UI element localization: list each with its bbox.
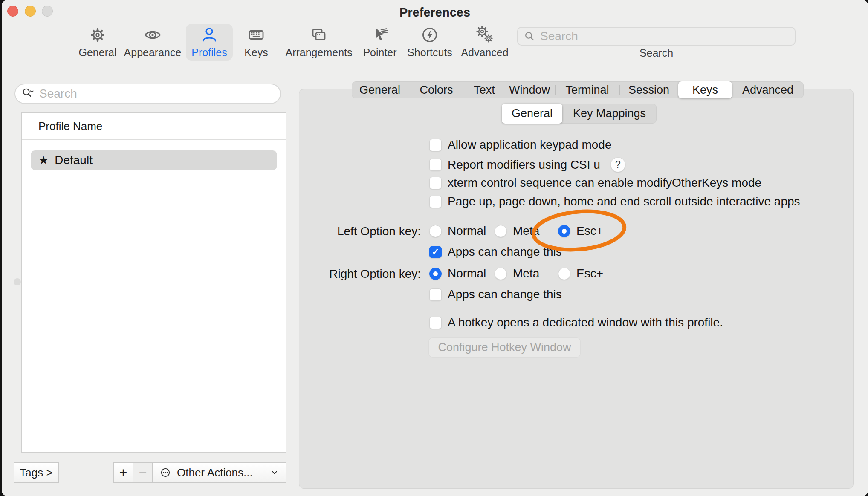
keys-subtab-bar: General Key Mappings <box>502 104 657 124</box>
tab-window[interactable]: Window <box>504 81 555 98</box>
tab-keys[interactable]: Keys <box>678 81 732 98</box>
hotkey-checkbox-row[interactable]: A hotkey opens a dedicated window with t… <box>429 316 723 329</box>
tab-session[interactable]: Session <box>619 81 678 98</box>
gear-icon <box>88 24 107 46</box>
profile-search-input[interactable]: Search <box>14 84 281 104</box>
right-option-meta-radio[interactable]: Meta <box>495 267 539 280</box>
other-actions-dropdown[interactable]: Other Actions... <box>152 462 286 483</box>
toolbar-item-advanced[interactable]: Advanced <box>459 24 511 61</box>
search-icon <box>523 30 536 43</box>
right-option-normal-radio[interactable]: Normal <box>429 267 486 280</box>
toolbar-label: Advanced <box>461 47 508 58</box>
left-option-key-label: Left Option key: <box>293 225 421 238</box>
divider <box>324 309 833 309</box>
checkbox-row-modify-other-keys[interactable]: xterm control sequence can enable modify… <box>429 176 761 190</box>
toolbar-search-input[interactable]: Search <box>517 27 796 46</box>
tab-general[interactable]: General <box>352 81 408 98</box>
configure-hotkey-window-button[interactable]: Configure Hotkey Window <box>428 337 581 358</box>
tags-button[interactable]: Tags > <box>14 462 59 483</box>
profile-name: Default <box>55 153 93 167</box>
tab-colors[interactable]: Colors <box>408 81 465 98</box>
search-scope-icon <box>21 87 35 101</box>
right-option-key-label: Right Option key: <box>284 267 421 281</box>
checkbox-row-scroll-outside-apps[interactable]: Page up, page down, home and end scroll … <box>429 195 800 208</box>
checkbox[interactable] <box>429 139 442 151</box>
gears-icon <box>475 24 495 46</box>
radio[interactable] <box>495 268 507 280</box>
tab-advanced[interactable]: Advanced <box>732 81 804 98</box>
left-option-normal-radio[interactable]: Normal <box>429 224 486 238</box>
checkbox-checked[interactable]: ✓ <box>429 246 442 258</box>
radio-label: Normal <box>448 224 486 238</box>
other-actions-label: Other Actions... <box>177 466 253 479</box>
checkbox-label: Apps can change this <box>448 245 562 259</box>
profile-list: Profile Name ★ Default <box>21 112 286 453</box>
tab-text[interactable]: Text <box>465 81 504 98</box>
checkbox[interactable] <box>429 288 442 301</box>
add-profile-button[interactable]: + <box>113 462 133 483</box>
right-option-esc-radio[interactable]: Esc+ <box>558 267 603 280</box>
checkbox-label: Allow application keypad mode <box>448 138 611 152</box>
left-option-meta-radio[interactable]: Meta <box>495 224 539 238</box>
toolbar-label: Profiles <box>191 47 227 58</box>
checkbox-label: xterm control sequence can enable modify… <box>448 176 761 190</box>
pane-splitter-dot[interactable] <box>14 278 21 285</box>
toolbar-label: Appearance <box>124 47 182 58</box>
help-button[interactable]: ? <box>610 157 625 172</box>
radio-label: Esc+ <box>576 267 603 280</box>
chevron-down-icon <box>269 467 280 478</box>
eye-icon <box>143 24 162 46</box>
radio[interactable] <box>558 268 570 280</box>
window-title: Preferences <box>2 6 868 20</box>
radio[interactable] <box>495 225 507 237</box>
checkbox[interactable] <box>429 196 442 208</box>
circle-ellipsis-icon <box>159 466 172 479</box>
profile-row-default[interactable]: ★ Default <box>31 150 277 170</box>
toolbar-item-pointer[interactable]: Pointer <box>356 24 403 61</box>
toolbar-item-appearance[interactable]: Appearance <box>123 24 182 61</box>
radio-label: Esc+ <box>576 224 603 238</box>
remove-profile-button[interactable]: − <box>133 462 152 483</box>
left-option-apps-can-change[interactable]: ✓ Apps can change this <box>429 245 562 259</box>
keyboard-icon <box>246 24 266 46</box>
toolbar-label: Shortcuts <box>407 47 452 58</box>
radio-selected[interactable] <box>429 268 442 280</box>
cursor-icon <box>370 24 389 46</box>
toolbar-item-general[interactable]: General <box>72 24 123 61</box>
subtab-key-mappings[interactable]: Key Mappings <box>562 104 657 124</box>
right-option-apps-can-change[interactable]: Apps can change this <box>429 288 562 301</box>
checkbox-label: A hotkey opens a dedicated window with t… <box>448 316 723 329</box>
preferences-window: Preferences General Appearance Profiles <box>2 0 868 496</box>
radio-label: Normal <box>448 267 486 280</box>
check-icon: ✓ <box>432 247 440 257</box>
search-placeholder: Search <box>540 29 578 43</box>
tab-terminal[interactable]: Terminal <box>555 81 619 98</box>
checkbox-label: Report modifiers using CSI u <box>448 158 600 172</box>
subtab-general[interactable]: General <box>502 104 562 124</box>
windows-icon <box>309 24 329 46</box>
profile-tab-bar: General Colors Text Window Terminal Sess… <box>352 81 804 98</box>
divider <box>324 216 833 216</box>
profile-list-header: Profile Name <box>22 113 286 140</box>
toolbar-label: Arrangements <box>285 47 352 58</box>
bolt-circle-icon <box>420 24 439 46</box>
toolbar-item-arrangements[interactable]: Arrangements <box>285 24 353 61</box>
left-option-esc-radio[interactable]: Esc+ <box>558 224 603 238</box>
profile-actions-group: + − Other Actions... <box>113 462 286 483</box>
toolbar-item-keys[interactable]: Keys <box>233 24 280 61</box>
toolbar-label: Pointer <box>363 47 396 58</box>
toolbar-item-shortcuts[interactable]: Shortcuts <box>404 24 455 61</box>
radio[interactable] <box>429 225 442 237</box>
checkbox[interactable] <box>429 177 442 189</box>
radio-selected[interactable] <box>558 225 570 237</box>
radio-label: Meta <box>513 224 539 238</box>
checkbox[interactable] <box>429 159 442 171</box>
checkbox-label: Page up, page down, home and end scroll … <box>448 195 800 208</box>
checkbox-row-keypad-mode[interactable]: Allow application keypad mode <box>429 138 611 152</box>
checkbox-row-csi-u[interactable]: Report modifiers using CSI u ? <box>429 157 625 172</box>
checkbox[interactable] <box>429 317 442 329</box>
radio-label: Meta <box>513 267 539 280</box>
screenshot-stage: Preferences General Appearance Profiles <box>0 0 868 496</box>
toolbar-search-caption: Search <box>517 47 796 59</box>
toolbar-item-profiles[interactable]: Profiles <box>186 24 233 61</box>
